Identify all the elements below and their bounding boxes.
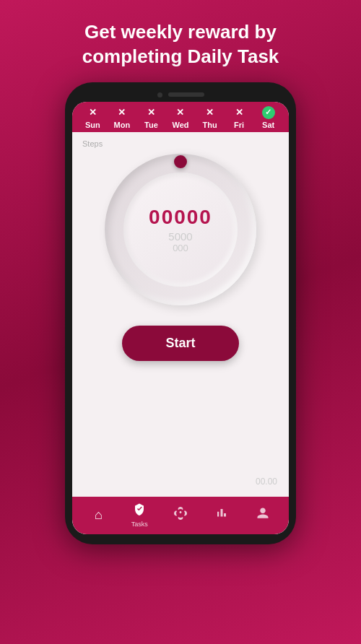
day-label-sat: Sat [258,121,279,129]
phone-screen: ✕ ✕ ✕ ✕ ✕ ✕ ✓ Sun Mon Tue Wed Thu Fri Sa… [72,102,289,534]
day-icon-thu: ✕ [204,106,217,119]
day-label-thu: Thu [199,121,221,129]
day-label-wed: Wed [170,121,191,129]
circle-inner: 00000 5000 000 [123,173,238,287]
days-labels-row: Sun Mon Tue Wed Thu Fri Sat [78,121,283,129]
days-header: ✕ ✕ ✕ ✕ ✕ ✕ ✓ Sun Mon Tue Wed Thu Fri Sa… [72,102,289,132]
circle-outer: 00000 5000 000 [105,154,256,305]
nav-item-tasks[interactable]: Tasks [119,502,160,528]
day-icon-sat: ✓ [262,106,275,119]
day-icon-mon: ✕ [116,106,129,119]
tasks-icon [133,502,146,519]
main-content: Steps 00000 5000 000 Start 00.00 [72,132,289,497]
days-icons-row: ✕ ✕ ✕ ✕ ✕ ✕ ✓ [78,106,283,119]
day-label-tue: Tue [140,121,162,129]
step-count-main: 00000 [149,206,212,229]
step-count-sub1: 5000 [168,230,192,243]
bottom-nav: ⌂ Tasks [72,497,289,534]
day-icon-fri: ✕ [232,106,245,119]
nav-item-chart[interactable] [201,507,242,523]
start-button[interactable]: Start [122,326,238,361]
day-label-mon: Mon [111,121,133,129]
day-icon-wed: ✕ [174,106,187,119]
speaker-bar [168,92,204,97]
time-display: 00.00 [256,477,277,487]
phone-frame: ✕ ✕ ✕ ✕ ✕ ✕ ✓ Sun Mon Tue Wed Thu Fri Sa… [65,82,296,544]
step-count-sub2: 000 [173,243,188,253]
step-circle: 00000 5000 000 [105,154,256,305]
bar-chart-icon [215,507,228,523]
tasks-label: Tasks [131,521,148,528]
day-label-sun: Sun [82,121,103,129]
day-label-fri: Fri [228,121,250,129]
camera-dot [157,92,162,97]
nav-item-profile[interactable] [242,507,283,523]
person-icon [256,507,269,523]
nav-item-fan[interactable] [160,507,201,523]
phone-top-bar [72,92,289,97]
fan-icon [174,507,187,523]
check-icon: ✓ [262,106,275,119]
nav-item-home[interactable]: ⌂ [78,508,119,523]
dot-indicator [174,155,187,168]
home-icon: ⌂ [95,508,103,523]
day-icon-tue: ✕ [144,106,157,119]
day-icon-sun: ✕ [86,106,99,119]
steps-label: Steps [82,139,103,148]
headline: Get weekly reward by completing Daily Ta… [53,20,308,69]
